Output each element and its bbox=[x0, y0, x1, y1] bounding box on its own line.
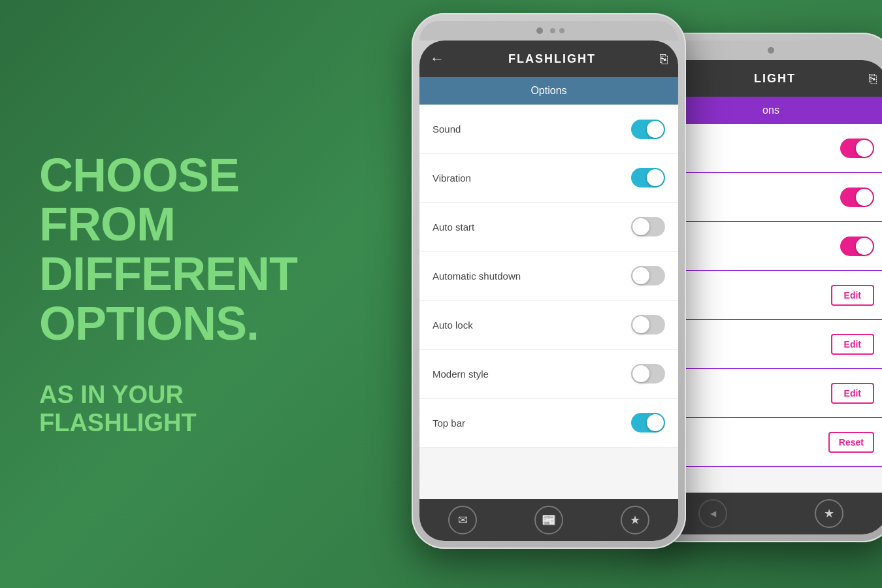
phone2-row-5: Edit bbox=[655, 369, 882, 418]
options-bar-2: ons bbox=[655, 97, 882, 124]
setting-row-0: Sound bbox=[419, 105, 678, 154]
toggle-0[interactable] bbox=[631, 120, 665, 139]
app-header-1: ← FLASHLIGHT ⎘ bbox=[419, 41, 678, 77]
phone2-row-4: Edit bbox=[655, 320, 882, 369]
phone2-edit-btn-5[interactable]: Edit bbox=[831, 383, 874, 404]
setting-label-5: Modern style bbox=[433, 368, 489, 380]
toggle-knob-0 bbox=[647, 121, 664, 138]
setting-label-1: Vibration bbox=[433, 172, 471, 184]
phone2-row-3: Edit bbox=[655, 271, 882, 320]
phone2-toggle-knob-2 bbox=[856, 238, 873, 255]
toggle-2[interactable] bbox=[631, 217, 665, 237]
phone-1: ← FLASHLIGHT ⎘ Options SoundVibrationAut… bbox=[412, 13, 686, 549]
options-label-2: ons bbox=[762, 105, 779, 116]
share-icon-1[interactable]: ⎘ bbox=[660, 52, 668, 67]
share-icon-2[interactable]: ⎘ bbox=[869, 71, 877, 86]
toggle-knob-3 bbox=[632, 267, 649, 284]
back-button[interactable]: ← bbox=[430, 50, 444, 67]
toggle-6[interactable] bbox=[631, 413, 665, 433]
phone2-notch bbox=[655, 41, 882, 60]
bottom-btn-mail[interactable]: ✉ bbox=[448, 506, 477, 534]
setting-label-2: Auto start bbox=[433, 221, 474, 233]
bottom-btn-star[interactable]: ★ bbox=[621, 506, 649, 534]
phone2-toggle-knob-0 bbox=[856, 140, 873, 157]
toggle-knob-1 bbox=[647, 169, 664, 186]
toggle-3[interactable] bbox=[631, 266, 665, 286]
setting-label-4: Auto lock bbox=[433, 319, 473, 331]
camera-dot bbox=[536, 27, 543, 34]
phone2-reset-btn-6[interactable]: Reset bbox=[828, 432, 874, 453]
toggle-5[interactable] bbox=[631, 364, 665, 384]
toggle-1[interactable] bbox=[631, 168, 665, 188]
phones-container: ← FLASHLIGHT ⎘ Options SoundVibrationAut… bbox=[412, 13, 882, 549]
setting-row-1: Vibration bbox=[419, 154, 678, 203]
setting-row-5: Modern style bbox=[419, 350, 678, 399]
phone2-toggle-1[interactable] bbox=[840, 188, 874, 207]
app-bottom-2: ◀ ★ bbox=[655, 493, 882, 534]
app-bottom-1: ✉ 📰 ★ bbox=[419, 499, 678, 541]
phone2-edit-btn-4[interactable]: Edit bbox=[831, 334, 874, 355]
app-title-2: LIGHT bbox=[754, 72, 796, 86]
setting-label-3: Automatic shutdown bbox=[433, 270, 521, 282]
phone1-notch bbox=[419, 21, 678, 41]
setting-row-3: Automatic shutdown bbox=[419, 252, 678, 301]
options-label-1: Options bbox=[531, 85, 566, 96]
bottom-btn-2-left[interactable]: ◀ bbox=[698, 499, 727, 528]
options-bar-1: Options bbox=[419, 77, 678, 105]
toggle-knob-5 bbox=[632, 365, 649, 382]
toggle-knob-6 bbox=[647, 414, 664, 431]
phone1-screen: ← FLASHLIGHT ⎘ Options SoundVibrationAut… bbox=[419, 41, 678, 541]
setting-row-4: Auto lock bbox=[419, 301, 678, 350]
bottom-btn-2-star[interactable]: ★ bbox=[815, 499, 843, 528]
phone2-row-1 bbox=[655, 173, 882, 222]
phone2-toggle-0[interactable] bbox=[840, 139, 874, 158]
toggle-4[interactable] bbox=[631, 315, 665, 335]
left-panel: CHOOSE FROM DIFFERENT OPTIONS. AS IN YOU… bbox=[0, 125, 340, 463]
headline-text: CHOOSE FROM DIFFERENT OPTIONS. bbox=[39, 151, 314, 348]
settings-list-2: EditEditEditReset bbox=[655, 124, 882, 493]
setting-label-0: Sound bbox=[433, 123, 461, 135]
speaker-left bbox=[550, 28, 555, 33]
camera-dot-2 bbox=[768, 47, 774, 54]
phone2-row-0 bbox=[655, 124, 882, 173]
bottom-btn-news[interactable]: 📰 bbox=[534, 506, 563, 534]
app-title-1: FLASHLIGHT bbox=[508, 52, 596, 66]
toggle-knob-4 bbox=[632, 316, 649, 333]
phone2-row-6: Reset bbox=[655, 418, 882, 467]
toggle-knob-2 bbox=[632, 218, 649, 235]
phone2-screen: LIGHT ⎘ ons EditEditEditReset ◀ ★ bbox=[655, 60, 882, 534]
app-header-2: LIGHT ⎘ bbox=[655, 60, 882, 97]
setting-row-6: Top bar bbox=[419, 399, 678, 448]
phone2-toggle-2[interactable] bbox=[840, 237, 874, 256]
speaker-right bbox=[559, 28, 564, 33]
phone2-edit-btn-3[interactable]: Edit bbox=[831, 285, 874, 306]
subline-text: AS IN YOUR FLASHLIGHT bbox=[39, 381, 314, 437]
phone2-toggle-knob-1 bbox=[856, 189, 873, 206]
setting-label-6: Top bar bbox=[433, 417, 465, 429]
settings-list-1: SoundVibrationAuto startAutomatic shutdo… bbox=[419, 105, 678, 499]
setting-row-2: Auto start bbox=[419, 203, 678, 252]
phone2-row-2 bbox=[655, 222, 882, 271]
